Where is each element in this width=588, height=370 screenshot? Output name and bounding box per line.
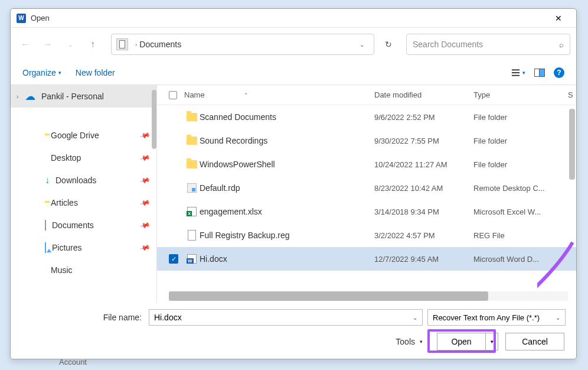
- horizontal-scrollbar[interactable]: [169, 291, 568, 301]
- open-dialog: W Open ✕ ← → ⌄ ↑ › Documents ⌄ ↻ ⌕ Organ…: [10, 8, 577, 359]
- folder-icon: [184, 113, 200, 121]
- chevron-right-icon: ›: [17, 93, 18, 100]
- sidebar-scrollbar[interactable]: [152, 90, 156, 149]
- vertical-scrollbar[interactable]: [569, 109, 575, 180]
- sort-indicator-icon: ⌃: [244, 92, 249, 98]
- chevron-down-icon: ▾: [420, 339, 423, 345]
- rdp-icon: [184, 183, 200, 193]
- breadcrumb-current[interactable]: Documents: [139, 40, 181, 49]
- file-row[interactable]: Full Registry Backup.reg3/2/2022 4:57 PM…: [157, 223, 576, 247]
- preview-pane-button[interactable]: [533, 66, 547, 80]
- file-date: 3/14/2018 9:34 PM: [374, 207, 473, 216]
- forward-button[interactable]: →: [39, 35, 57, 53]
- filename-value: Hi.docx: [154, 313, 182, 322]
- file-type-filter[interactable]: Recover Text from Any File (*.*) ⌄: [427, 309, 566, 326]
- help-button[interactable]: ?: [554, 67, 564, 78]
- sidebar-item-pankil-personal[interactable]: ›☁Pankil - Personal: [11, 85, 156, 108]
- open-button-group: Open ▾: [437, 333, 498, 350]
- filename-label: File name:: [21, 313, 144, 322]
- sidebar-item-google-drive[interactable]: Google Drive📌: [11, 124, 156, 147]
- file-name: Hi.docx: [200, 254, 374, 264]
- new-folder-button[interactable]: New folder: [76, 68, 115, 77]
- file-row[interactable]: Scanned Documents9/6/2022 2:52 PMFile fo…: [157, 105, 576, 129]
- address-bar[interactable]: › Documents ⌄: [111, 34, 374, 55]
- pin-icon: 📌: [139, 152, 151, 164]
- titlebar: W Open ✕: [11, 9, 576, 28]
- sidebar-item-label: Downloads: [55, 176, 96, 185]
- back-button[interactable]: ←: [17, 35, 34, 53]
- pin-icon: 📌: [139, 197, 151, 209]
- sidebar-item-label: Articles: [51, 198, 78, 207]
- search-icon[interactable]: ⌕: [559, 40, 564, 49]
- svg-rect-1: [512, 72, 520, 73]
- sidebar-item-label: Desktop: [51, 153, 81, 163]
- column-headers: Name⌃ Date modified Type S: [157, 85, 576, 105]
- chevron-down-icon[interactable]: ⌄: [413, 314, 417, 321]
- content-area: ›☁Pankil - PersonalGoogle Drive📌Desktop📌…: [11, 85, 576, 303]
- column-type[interactable]: Type: [473, 90, 568, 99]
- sidebar-item-label: Pankil - Personal: [41, 92, 104, 101]
- chevron-down-icon[interactable]: ⌄: [556, 314, 560, 321]
- close-button[interactable]: ✕: [547, 10, 570, 27]
- pin-icon: 📌: [139, 129, 151, 141]
- docx-icon: [184, 254, 200, 264]
- file-row[interactable]: Sound Recordings9/30/2022 7:55 PMFile fo…: [157, 129, 576, 152]
- recent-dropdown[interactable]: ⌄: [61, 35, 79, 53]
- open-button[interactable]: Open: [437, 333, 486, 350]
- view-mode-button[interactable]: ▾: [511, 66, 525, 80]
- xlsx-icon: [184, 207, 200, 216]
- file-date: 9/6/2022 2:52 PM: [374, 113, 473, 122]
- file-row[interactable]: Default.rdp8/23/2022 10:42 AMRemote Desk…: [157, 176, 576, 200]
- sidebar-item-desktop[interactable]: Desktop📌: [11, 147, 156, 169]
- open-dropdown-button[interactable]: ▾: [486, 333, 498, 350]
- search-box[interactable]: ⌕: [406, 34, 570, 55]
- refresh-button[interactable]: ↻: [379, 34, 398, 55]
- organize-label: Organize: [22, 68, 56, 77]
- folder-icon: [184, 137, 200, 145]
- file-row[interactable]: engagement.xlsx3/14/2018 9:34 PMMicrosof…: [157, 200, 576, 223]
- up-button[interactable]: ↑: [84, 35, 102, 53]
- file-row[interactable]: ✓Hi.docx12/7/2022 9:45 AMMicrosoft Word …: [157, 247, 576, 271]
- folder-icon: [184, 160, 200, 168]
- row-checkbox[interactable]: ✓: [169, 254, 178, 264]
- select-all-checkbox[interactable]: [169, 91, 177, 99]
- file-name: engagement.xlsx: [200, 207, 374, 216]
- column-name[interactable]: Name⌃: [184, 90, 374, 99]
- sidebar-item-downloads[interactable]: ↓Downloads📌: [11, 169, 156, 192]
- sidebar-item-pictures[interactable]: Pictures📌: [11, 236, 156, 259]
- file-type: File folder: [473, 160, 568, 169]
- word-app-icon: W: [17, 14, 26, 23]
- file-name: WindowsPowerShell: [200, 160, 374, 169]
- file-type: Microsoft Word D...: [473, 255, 568, 264]
- file-date: 3/2/2022 4:57 PM: [374, 231, 473, 240]
- file-name: Sound Recordings: [200, 136, 374, 145]
- location-icon: [116, 38, 128, 50]
- sidebar-item-label: Music: [51, 265, 73, 275]
- file-row[interactable]: WindowsPowerShell10/24/2022 11:27 AMFile…: [157, 152, 576, 176]
- download-icon: ↓: [45, 175, 50, 186]
- sidebar-item-articles[interactable]: Articles📌: [11, 192, 156, 214]
- cancel-button[interactable]: Cancel: [505, 333, 564, 350]
- svg-rect-2: [512, 75, 520, 76]
- bottom-panel: File name: Hi.docx ⌄ Recover Text from A…: [11, 303, 576, 359]
- column-size[interactable]: S: [568, 90, 576, 99]
- doc-icon: [45, 220, 46, 230]
- onedrive-icon: ☁: [25, 90, 35, 103]
- organize-button[interactable]: Organize ▾: [22, 68, 61, 77]
- file-type: File folder: [473, 137, 568, 145]
- search-input[interactable]: [413, 40, 559, 49]
- file-type: REG File: [473, 231, 568, 240]
- filename-combobox[interactable]: Hi.docx ⌄: [149, 309, 423, 326]
- toolbar: Organize ▾ New folder ▾ ?: [11, 61, 576, 85]
- pin-icon: 📌: [139, 219, 151, 231]
- file-type: Microsoft Excel W...: [473, 207, 568, 216]
- file-date: 10/24/2022 11:27 AM: [374, 160, 473, 169]
- file-date: 12/7/2022 9:45 AM: [374, 255, 473, 264]
- chevron-right-icon: ›: [135, 41, 137, 48]
- tools-button[interactable]: Tools ▾: [396, 337, 423, 346]
- sidebar-item-documents[interactable]: Documents📌: [11, 214, 156, 236]
- address-dropdown[interactable]: ⌄: [355, 37, 369, 53]
- file-type: Remote Desktop C...: [473, 184, 568, 193]
- sidebar-item-music[interactable]: Music: [11, 259, 156, 281]
- column-date[interactable]: Date modified: [374, 90, 473, 99]
